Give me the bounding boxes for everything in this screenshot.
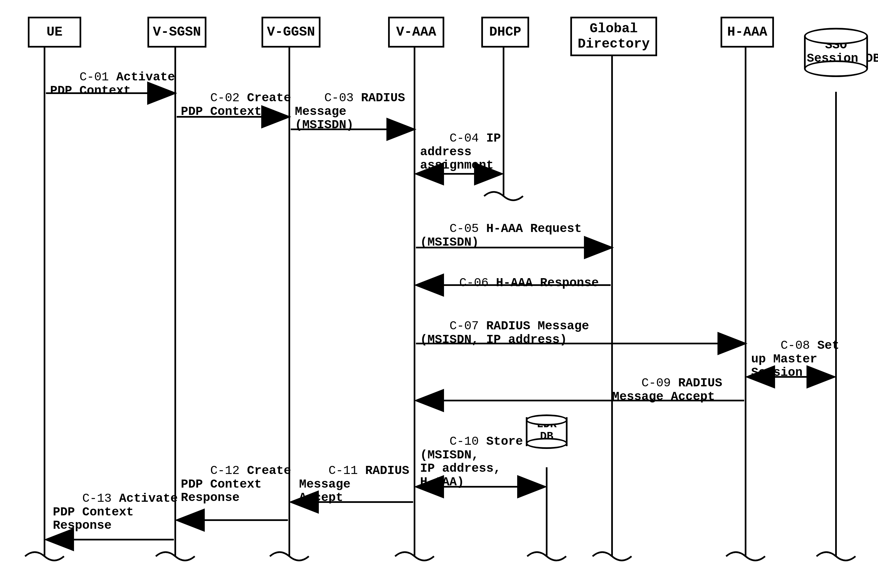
msg-c11-label: C-11 RADIUS Message Accept	[299, 451, 409, 518]
participant-ldr-db: LDR DB	[526, 414, 567, 449]
msg-c02-label: C-02 Create PDP Context	[181, 78, 291, 132]
msg-c06-label: C-06 H-AAA Response	[430, 263, 599, 303]
msg-c03-label: C-03 RADIUS Message (MSISDN)	[295, 78, 405, 145]
msg-c09-label: C-09 RADIUS Message Accept	[612, 363, 722, 417]
sequence-diagram: UE V-SGSN V-GGSN V-AAA DHCP Global Direc…	[0, 0, 878, 588]
participant-sso-session-db: SSO Session DB	[804, 28, 868, 77]
msg-c12-label: C-12 Create PDP Context Response	[181, 451, 291, 518]
participant-h-aaa: H-AAA	[720, 17, 774, 48]
participant-v-sgsn: V-SGSN	[147, 17, 206, 48]
participant-global-directory: Global Directory	[570, 17, 657, 56]
msg-c01-label: C-01 Activate PDP Context	[50, 57, 175, 111]
msg-c13-label: C-13 Activate PDP Context Response	[53, 478, 178, 546]
msg-c07-label: C-07 RADIUS Message (MSISDN, IP address)	[420, 306, 589, 360]
msg-c05-label: C-05 H-AAA Request (MSISDN)	[420, 208, 582, 262]
msg-c04-label: C-04 IP address assignment	[420, 118, 501, 186]
msg-c08-label: C-08 Set up Master Session	[751, 326, 839, 393]
participant-dhcp: DHCP	[481, 17, 529, 48]
participant-ue: UE	[28, 17, 81, 48]
msg-c10-label: C-10 Store (MSISDN, IP address, H-AAA)	[420, 422, 523, 502]
participant-v-ggsn: V-GGSN	[261, 17, 321, 48]
participant-v-aaa: V-AAA	[388, 17, 444, 48]
